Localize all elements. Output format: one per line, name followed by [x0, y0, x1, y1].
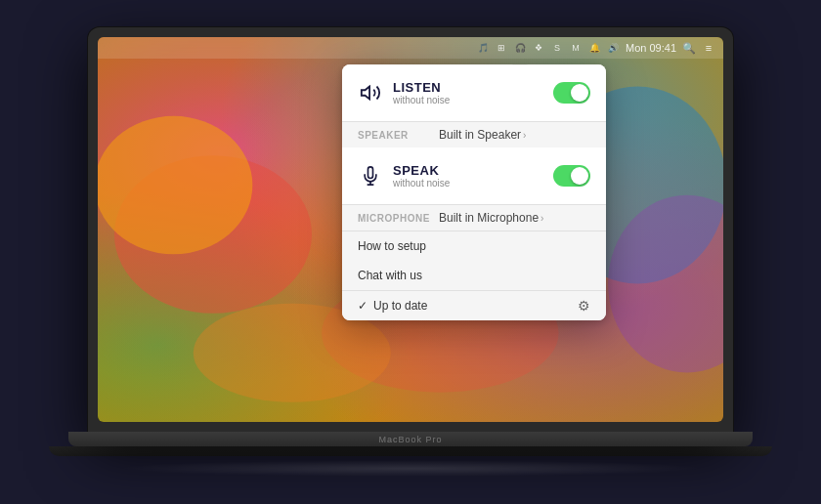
menubar-icon-alert: 🔔: [587, 41, 601, 55]
menubar-icon-1: 🎵: [476, 41, 490, 55]
checkmark-icon: ✓: [358, 299, 367, 313]
svg-marker-13: [362, 87, 369, 100]
microphone-label: MICROPHONE: [358, 213, 431, 224]
menubar-icons: 🎵 ⊞ 🎧 ❖ S M 🔔 🔊: [476, 41, 620, 55]
speaker-value-text: Built in Speaker: [439, 128, 521, 142]
microphone-row[interactable]: MICROPHONE Built in Microphone ›: [342, 204, 606, 231]
menubar-icon-mail: M: [569, 41, 583, 55]
laptop-base: MacBook Pro: [68, 432, 753, 446]
menubar-icon-headphones: 🎧: [513, 41, 527, 55]
listen-labels: LISTEN without noise: [393, 80, 450, 105]
microphone-chevron: ›: [540, 213, 543, 224]
microphone-value-text: Built in Microphone: [439, 211, 539, 225]
popup-footer: ✓ Up to date ⚙: [342, 290, 606, 320]
speak-row: SPEAK without noise: [358, 159, 590, 192]
speak-left: SPEAK without noise: [358, 163, 450, 189]
listen-left: LISTEN without noise: [358, 80, 450, 105]
speaker-value[interactable]: Built in Speaker ›: [439, 128, 526, 142]
listen-section: LISTEN without noise: [342, 64, 606, 121]
speak-toggle[interactable]: [553, 165, 590, 187]
chat-with-us-label: Chat with us: [358, 269, 422, 282]
footer-status-text: Up to date: [373, 299, 427, 313]
listen-sublabel: without noise: [393, 95, 450, 105]
menubar-menu-icon[interactable]: ≡: [702, 41, 715, 55]
speak-label: SPEAK: [393, 163, 450, 178]
microphone-value[interactable]: Built in Microphone ›: [439, 211, 543, 225]
laptop-bottom: [49, 446, 772, 456]
speaker-row[interactable]: SPEAKER Built in Speaker ›: [342, 121, 606, 147]
speaker-chevron: ›: [523, 130, 526, 141]
speaker-label: SPEAKER: [358, 130, 431, 141]
menubar-icon-skype: S: [550, 41, 564, 55]
popup-panel: LISTEN without noise SPEAKER: [342, 64, 606, 320]
speak-labels: SPEAK without noise: [393, 163, 450, 189]
how-to-setup-label: How to setup: [358, 239, 426, 253]
speak-section: SPEAK without noise: [342, 147, 606, 204]
footer-status: ✓ Up to date: [358, 299, 427, 313]
screen-bezel: 🎵 ⊞ 🎧 ❖ S M 🔔 🔊 Mon 09:41 🔍 ≡: [98, 37, 723, 422]
listen-label: LISTEN: [393, 80, 450, 95]
wallpaper: 🎵 ⊞ 🎧 ❖ S M 🔔 🔊 Mon 09:41 🔍 ≡: [98, 37, 723, 422]
listen-icon: [358, 80, 383, 105]
laptop-reflection: [117, 460, 704, 477]
speak-toggle-knob: [571, 167, 588, 185]
listen-row: LISTEN without noise: [358, 76, 590, 109]
laptop-model-label: MacBook Pro: [378, 435, 442, 444]
listen-toggle-knob: [571, 84, 588, 102]
chat-with-us-item[interactable]: Chat with us: [342, 261, 606, 290]
laptop-screen: 🎵 ⊞ 🎧 ❖ S M 🔔 🔊 Mon 09:41 🔍 ≡: [88, 27, 733, 432]
menubar: 🎵 ⊞ 🎧 ❖ S M 🔔 🔊 Mon 09:41 🔍 ≡: [98, 37, 723, 59]
listen-toggle[interactable]: [553, 82, 590, 104]
menubar-icon-volume[interactable]: 🔊: [606, 41, 620, 55]
menu-section: How to setup Chat with us: [342, 231, 606, 290]
speak-icon: [358, 163, 383, 189]
laptop-wrapper: 🎵 ⊞ 🎧 ❖ S M 🔔 🔊 Mon 09:41 🔍 ≡: [68, 27, 753, 477]
menubar-icon-2: ⊞: [495, 41, 508, 55]
how-to-setup-item[interactable]: How to setup: [342, 231, 606, 261]
menubar-search-icon[interactable]: 🔍: [682, 41, 696, 55]
gear-icon[interactable]: ⚙: [578, 298, 590, 314]
svg-point-8: [98, 116, 252, 254]
menubar-time: Mon 09:41: [626, 42, 676, 54]
speak-sublabel: without noise: [393, 178, 450, 189]
menubar-icon-dropbox: ❖: [532, 41, 545, 55]
